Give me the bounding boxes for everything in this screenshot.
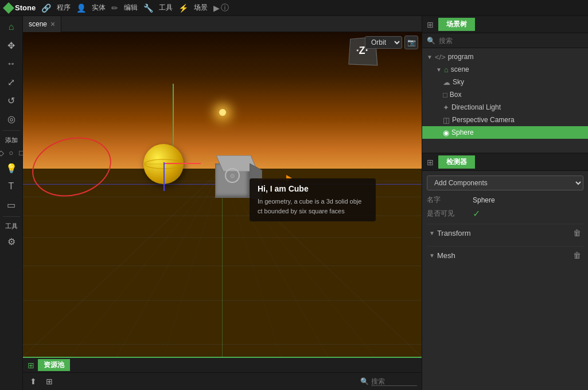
asset-search-input[interactable] [371, 377, 417, 386]
tool-select[interactable]: ✥ [2, 37, 21, 54]
viewport[interactable]: ⊙ Hi, I am Cube In geometry, a cube is a… [23, 32, 422, 357]
tool-settings[interactable]: ⚙ [2, 233, 21, 250]
sun-object [219, 109, 226, 116]
scene-icon-tree: ⌂ [444, 65, 449, 74]
box-icon: □ [443, 91, 447, 99]
tool-move[interactable]: ↔ [2, 55, 21, 72]
box-label: Box [450, 91, 462, 99]
right-panels: ⊞ 场景树 🔍 ▼ </> program ▼ ⌂ sc [422, 16, 588, 390]
bottom-panel: ⊞ 资源池 ⬆ ⊞ 🔍 [23, 357, 422, 390]
name-value: Sphere [473, 196, 583, 204]
tools-icon: 🔧 [143, 3, 153, 13]
info-icon: ⓘ [221, 3, 229, 13]
tooltip-title: Hi, I am Cube [258, 184, 368, 193]
menu-tools[interactable]: 工具 [154, 2, 177, 14]
viewport-controls: Orbit Pan Zoom 📷 [365, 36, 418, 49]
add-mesh-tool[interactable]: ◇ [0, 147, 6, 158]
visible-checkbox[interactable]: ✓ [473, 208, 583, 219]
add-tools-row: ◇ ○ □ [0, 147, 26, 158]
run-icon: ▶ [213, 3, 220, 13]
expand-arrow-program: ▼ [427, 54, 433, 60]
visible-property-row: 是否可见 ✓ [427, 208, 583, 219]
add-components-select[interactable]: Add Components [427, 176, 583, 190]
transform-component: ▼ Transform 🗑 [427, 224, 583, 241]
inspector-panel: ⊞ 检测器 Add Components 名字 Sphere 是否可见 [422, 154, 588, 390]
menu-entity[interactable]: 实体 [87, 2, 110, 14]
tool-scale[interactable]: ⤢ [2, 73, 21, 91]
import-btn[interactable]: ⬆ [28, 376, 39, 387]
transform-arrow: ▼ [429, 230, 435, 236]
mesh-name: Mesh [437, 251, 573, 260]
scene-tab[interactable]: scene × [23, 16, 61, 32]
left-toolbar: ⌂ ✥ ↔ ⤢ ↺ ◎ 添加 ◇ ○ □ 💡 T ▭ 工具 ⚙ [0, 16, 23, 390]
main-layout: ⌂ ✥ ↔ ⤢ ↺ ◎ 添加 ◇ ○ □ 💡 T ▭ 工具 ⚙ scene × [0, 16, 588, 390]
tools-label: 工具 [5, 222, 18, 231]
scene-tree-panel-icon: ⊞ [427, 20, 434, 29]
transform-header[interactable]: ▼ Transform 🗑 [427, 224, 583, 241]
directional-light-label: Directional Light [451, 103, 501, 111]
orbit-mode-select[interactable]: Orbit Pan Zoom [365, 36, 402, 49]
menu-edit[interactable]: 编辑 [119, 2, 142, 14]
mesh-delete-btn[interactable]: 🗑 [573, 251, 581, 260]
tree-item-sphere[interactable]: ◉ Sphere [422, 126, 588, 139]
z-axis-arrow [163, 162, 165, 191]
transform-delete-btn[interactable]: 🗑 [573, 228, 581, 237]
search-icon-tree: 🔍 [427, 37, 435, 45]
cube-center-icon: ⊙ [225, 168, 240, 183]
tree-item-box[interactable]: □ Box [422, 88, 588, 101]
inspector-title[interactable]: 检测器 [438, 155, 475, 169]
program-label: program [448, 53, 474, 61]
tree-item-program[interactable]: ▼ </> program [422, 50, 588, 63]
asset-pool-title: 资源池 [38, 359, 70, 371]
add-sphere-tool[interactable]: ○ [7, 147, 16, 158]
tree-item-sky[interactable]: ☁ Sky [422, 76, 588, 88]
sphere-label: Sphere [451, 128, 474, 136]
tree-item-directional-light[interactable]: ✦ Directional Light [422, 101, 588, 114]
bottom-panel-content: ⬆ ⊞ 🔍 [23, 373, 422, 390]
tree-item-perspective-camera[interactable]: ◫ Perspective Camera [422, 114, 588, 126]
tool-text[interactable]: T [2, 178, 21, 195]
search-icon-asset: 🔍 [360, 377, 369, 385]
info-tooltip: Hi, I am Cube In geometry, a cube is a 3… [250, 178, 376, 221]
scene-tree-panel: ⊞ 场景树 🔍 ▼ </> program ▼ ⌂ sc [422, 16, 588, 154]
scene-icon: ⚡ [178, 3, 188, 13]
edit-icon: ✏ [111, 3, 118, 13]
tree-item-scene[interactable]: ▼ ⌂ scene [422, 63, 588, 76]
scene-tab-close[interactable]: × [50, 20, 55, 29]
tooltip-body: In geometry, a cube is a 3d solid obje c… [258, 197, 368, 216]
logo-diamond-icon [3, 2, 14, 14]
mesh-header[interactable]: ▼ Mesh 🗑 [427, 247, 583, 264]
sphere-icon-tree: ◉ [443, 128, 449, 137]
transform-name: Transform [437, 229, 573, 237]
tool-rotate[interactable]: ↺ [2, 92, 21, 109]
center-area: scene × [23, 16, 422, 390]
scene-tree-header: ⊞ 场景树 [422, 16, 588, 33]
tab-bar: scene × [23, 16, 422, 32]
entity-icon: 👤 [76, 3, 86, 13]
scene-tree-search-input[interactable] [439, 37, 583, 45]
attach-icon: 🔗 [41, 3, 51, 13]
camera-toggle-btn[interactable]: 📷 [404, 36, 418, 49]
toolbar-separator-1 [3, 130, 20, 131]
tool-light[interactable]: 💡 [2, 159, 21, 177]
menu-scene[interactable]: 场景 [189, 2, 212, 14]
visible-label: 是否可见 [427, 209, 473, 219]
scene-tab-label: scene [29, 20, 47, 28]
name-property-row: 名字 Sphere [427, 195, 583, 205]
tool-image[interactable]: ▭ [2, 196, 21, 213]
tool-world[interactable]: ◎ [2, 110, 21, 127]
scene-tree-content: ▼ </> program ▼ ⌂ scene ☁ Sky [422, 48, 588, 153]
asset-search: 🔍 [360, 377, 417, 386]
program-icon: </> [435, 53, 446, 61]
inspector-panel-icon: ⊞ [427, 158, 434, 167]
directional-light-icon: ✦ [443, 103, 449, 112]
bottom-panel-header: ⊞ 资源池 [23, 358, 422, 373]
create-folder-btn[interactable]: ⊞ [44, 376, 55, 387]
menu-program[interactable]: 程序 [52, 2, 75, 14]
top-menu-bar: Stone 🔗 程序 👤 实体 ✏ 编辑 🔧 工具 ⚡ 场景 ▶ ⓘ [0, 0, 588, 16]
logo-text: Stone [15, 3, 36, 12]
sky-icon: ☁ [443, 78, 450, 87]
tool-home[interactable]: ⌂ [2, 18, 21, 36]
scene-tree-title[interactable]: 场景树 [438, 18, 475, 31]
camera-icon-tree: ◫ [443, 116, 450, 124]
